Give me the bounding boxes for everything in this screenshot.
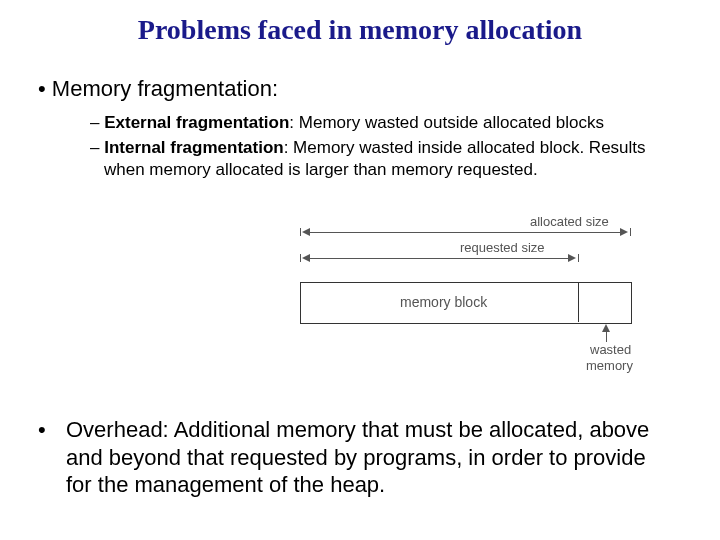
arrow-right-icon: [568, 254, 576, 262]
arrow-line: [310, 232, 620, 233]
sub-lead: External fragmentation: [104, 113, 289, 132]
bullet-overhead: • Overhead: Additional memory that must …: [38, 416, 668, 499]
allocated-size-label: allocated size: [530, 214, 609, 229]
memory-block-label: memory block: [400, 294, 487, 310]
bullet-dot-icon: •: [38, 416, 46, 444]
wasted-label-2: memory: [586, 358, 633, 373]
bullet-text: Memory fragmentation:: [52, 76, 278, 101]
slide-title: Problems faced in memory allocation: [0, 14, 720, 46]
bullet-memory-fragmentation: Memory fragmentation:: [38, 76, 278, 102]
dash-icon: –: [90, 138, 104, 157]
tick-icon: [630, 228, 631, 236]
sub-bullet-external: – External fragmentation: Memory wasted …: [90, 112, 650, 133]
arrow-right-icon: [620, 228, 628, 236]
sub-bullet-internal: – Internal fragmentation: Memory wasted …: [90, 137, 650, 180]
slide: Problems faced in memory allocation Memo…: [0, 0, 720, 540]
memory-diagram: allocated size requested size memory blo…: [290, 224, 670, 384]
bullet-text: Overhead: Additional memory that must be…: [38, 416, 668, 499]
tick-icon: [300, 254, 301, 262]
memory-divider: [578, 282, 579, 322]
arrow-up-icon: [602, 324, 610, 332]
tick-icon: [300, 228, 301, 236]
arrow-left-icon: [302, 254, 310, 262]
sub-lead: Internal fragmentation: [104, 138, 283, 157]
dash-icon: –: [90, 113, 104, 132]
sub-rest: : Memory wasted outside allocated blocks: [289, 113, 604, 132]
sub-bullets: – External fragmentation: Memory wasted …: [90, 112, 650, 184]
arrow-left-icon: [302, 228, 310, 236]
tick-icon: [578, 254, 579, 262]
pointer-line: [606, 332, 607, 342]
arrow-line: [310, 258, 568, 259]
requested-size-label: requested size: [460, 240, 545, 255]
wasted-label-1: wasted: [590, 342, 631, 357]
